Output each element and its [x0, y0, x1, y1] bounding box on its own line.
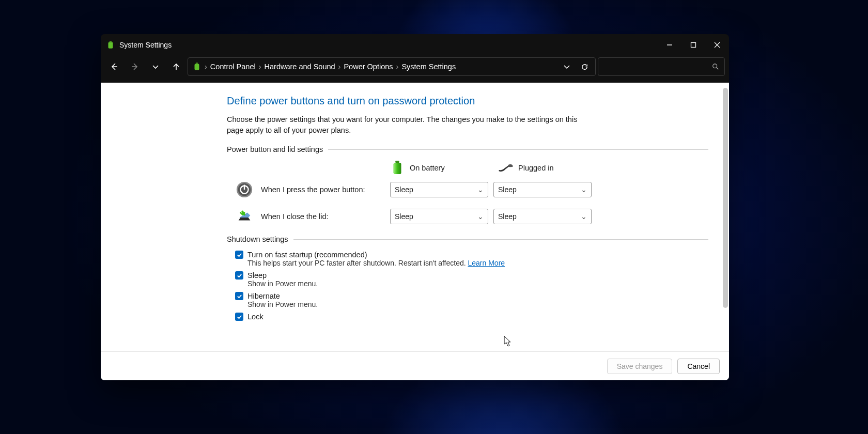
breadcrumb-item[interactable]: Power Options — [344, 63, 393, 71]
svg-rect-7 — [196, 63, 198, 64]
svg-point-13 — [508, 164, 513, 167]
close-lid-plugged-select[interactable]: Sleep ⌄ — [493, 209, 592, 224]
lock-option: Lock — [235, 313, 708, 321]
chevron-down-icon: ⌄ — [477, 185, 484, 194]
svg-rect-11 — [394, 163, 401, 174]
svg-rect-6 — [195, 64, 199, 70]
window-title: System Settings — [119, 41, 172, 49]
close-lid-battery-select[interactable]: Sleep ⌄ — [390, 209, 488, 224]
group-header-power-lid: Power button and lid settings — [227, 145, 708, 153]
sleep-checkbox[interactable] — [235, 271, 243, 280]
column-headers: On battery Plugged in — [235, 161, 708, 175]
content-pane: Define power buttons and turn on passwor… — [101, 83, 729, 380]
minimize-button[interactable] — [658, 34, 681, 56]
hibernate-option: Hibernate Show in Power menu. — [235, 292, 708, 308]
row-label: When I press the power button: — [261, 185, 365, 194]
address-dropdown-button[interactable] — [559, 59, 575, 74]
hibernate-checkbox[interactable] — [235, 292, 243, 300]
address-bar[interactable]: › Control Panel › Hardware and Sound › P… — [188, 57, 596, 76]
power-button-plugged-select[interactable]: Sleep ⌄ — [493, 182, 592, 197]
option-label: Turn on fast startup (recommended) — [247, 251, 367, 259]
svg-rect-0 — [109, 42, 113, 48]
page-description: Choose the power settings that you want … — [227, 114, 588, 136]
search-input[interactable] — [598, 57, 725, 76]
toolbar: › Control Panel › Hardware and Sound › P… — [101, 56, 729, 83]
cancel-button[interactable]: Cancel — [677, 359, 720, 374]
svg-rect-3 — [691, 43, 696, 48]
close-lid-row: When I close the lid: Sleep ⌄ Sleep ⌄ — [235, 207, 708, 226]
power-button-row: When I press the power button: Sleep ⌄ S… — [235, 180, 708, 199]
forward-button[interactable] — [126, 58, 144, 75]
power-icon — [235, 180, 254, 199]
chevron-right-icon: › — [204, 63, 208, 71]
battery-icon — [192, 62, 202, 71]
column-header-plugged: Plugged in — [518, 164, 554, 172]
chevron-right-icon: › — [258, 63, 262, 71]
close-button[interactable] — [705, 34, 729, 56]
battery-icon — [106, 40, 115, 50]
option-label: Hibernate — [247, 292, 280, 300]
fast-startup-option: Turn on fast startup (recommended) This … — [235, 251, 708, 267]
lock-checkbox[interactable] — [235, 313, 243, 321]
breadcrumb-item[interactable]: Hardware and Sound — [265, 63, 335, 71]
row-label: When I close the lid: — [261, 212, 329, 221]
sleep-option: Sleep Show in Power menu. — [235, 271, 708, 288]
fast-startup-checkbox[interactable] — [235, 251, 243, 259]
option-label: Lock — [247, 313, 264, 321]
back-button[interactable] — [105, 58, 123, 75]
column-header-battery: On battery — [410, 164, 445, 172]
chevron-down-icon: ⌄ — [581, 212, 587, 221]
option-label: Sleep — [247, 271, 267, 280]
group-header-shutdown: Shutdown settings — [227, 235, 708, 243]
title-bar: System Settings — [101, 34, 729, 56]
battery-icon — [390, 161, 405, 175]
svg-point-8 — [713, 64, 717, 68]
learn-more-link[interactable]: Learn More — [468, 259, 505, 267]
chevron-down-icon: ⌄ — [581, 185, 587, 194]
power-button-battery-select[interactable]: Sleep ⌄ — [390, 182, 488, 197]
page-heading: Define power buttons and turn on passwor… — [227, 95, 708, 107]
svg-rect-1 — [110, 41, 112, 42]
chevron-right-icon: › — [395, 63, 400, 71]
plug-icon — [499, 161, 513, 175]
breadcrumb-item[interactable]: Control Panel — [210, 63, 256, 71]
footer: Save changes Cancel — [101, 351, 729, 380]
chevron-right-icon: › — [337, 63, 342, 71]
up-button[interactable] — [167, 58, 185, 75]
svg-rect-12 — [395, 161, 399, 163]
laptop-lid-icon — [235, 207, 254, 226]
window-frame: System Settings › Control — [101, 34, 729, 380]
chevron-down-icon: ⌄ — [477, 212, 484, 221]
breadcrumb-item[interactable]: System Settings — [401, 63, 456, 71]
scrollbar-thumb[interactable] — [723, 88, 728, 308]
save-changes-button[interactable]: Save changes — [607, 359, 673, 374]
search-icon — [712, 63, 719, 70]
refresh-button[interactable] — [577, 59, 592, 74]
history-dropdown-button[interactable] — [146, 58, 165, 75]
svg-line-9 — [717, 68, 719, 70]
maximize-button[interactable] — [681, 34, 705, 56]
